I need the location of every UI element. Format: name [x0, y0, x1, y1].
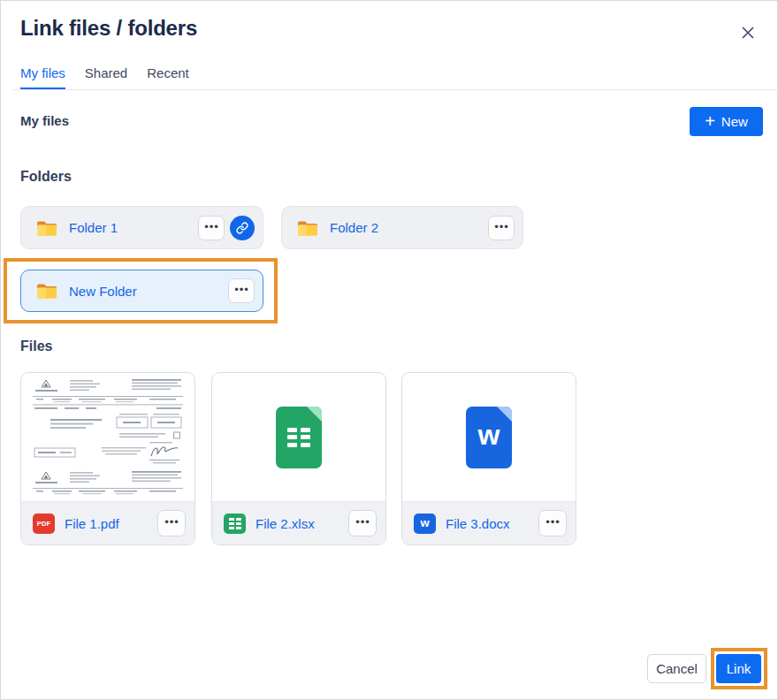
- link-files-dialog: Link files / folders My files Shared Rec…: [0, 0, 778, 700]
- more-options-button[interactable]: •••: [228, 278, 255, 303]
- link-button[interactable]: Link: [716, 654, 761, 683]
- new-button-label: New: [721, 114, 748, 129]
- section-label: My files: [20, 113, 69, 128]
- linked-badge-button[interactable]: [230, 216, 255, 240]
- more-options-button[interactable]: •••: [198, 216, 225, 240]
- folder-name: Folder 1: [69, 220, 118, 235]
- link-icon: [236, 222, 248, 234]
- spreadsheet-icon: [276, 407, 322, 468]
- folder-name: New Folder: [69, 284, 137, 299]
- folder-card-new-folder[interactable]: New Folder •••: [20, 270, 263, 312]
- spreadsheet-badge-icon: [224, 514, 246, 534]
- word-badge-icon: w: [414, 514, 436, 534]
- ellipsis-icon: •••: [204, 220, 219, 233]
- plus-icon: +: [705, 112, 715, 130]
- tabs-divider: [13, 89, 777, 90]
- file-name: File 2.xlsx: [256, 516, 339, 531]
- word-glyph: w: [466, 407, 512, 468]
- file-card-footer: w File 3.docx •••: [402, 501, 576, 544]
- cancel-button[interactable]: Cancel: [647, 654, 706, 683]
- ellipsis-icon: •••: [234, 283, 249, 296]
- files-heading: Files: [20, 339, 52, 354]
- folder-name: Folder 2: [330, 220, 378, 235]
- folders-heading: Folders: [20, 169, 72, 185]
- file-name: File 1.pdf: [65, 516, 148, 531]
- ellipsis-icon: •••: [545, 515, 561, 529]
- file-card-footer: File 2.xlsx •••: [212, 501, 385, 544]
- pdf-preview-thumbnail: [21, 373, 194, 501]
- pdf-badge-icon: PDF: [33, 514, 55, 534]
- file-card-pdf[interactable]: PDF File 1.pdf •••: [20, 372, 195, 545]
- file-card-word[interactable]: w w File 3.docx •••: [401, 372, 576, 545]
- file-card-footer: PDF File 1.pdf •••: [21, 501, 194, 544]
- tab-recent[interactable]: Recent: [147, 65, 189, 90]
- more-options-button[interactable]: •••: [538, 510, 567, 536]
- dialog-title: Link files / folders: [20, 16, 197, 41]
- word-preview: w: [402, 373, 576, 501]
- folder-icon: [36, 219, 57, 237]
- ellipsis-icon: •••: [355, 515, 370, 529]
- more-options-button[interactable]: •••: [488, 216, 515, 240]
- ellipsis-icon: •••: [494, 220, 509, 233]
- tab-shared[interactable]: Shared: [85, 65, 127, 90]
- more-options-button[interactable]: •••: [348, 510, 377, 536]
- folder-icon: [297, 219, 318, 237]
- word-icon: w: [466, 407, 512, 468]
- spreadsheet-preview: [212, 373, 385, 501]
- more-options-button[interactable]: •••: [157, 510, 186, 536]
- ellipsis-icon: •••: [164, 515, 179, 529]
- file-name: File 3.docx: [446, 516, 529, 531]
- tab-my-files[interactable]: My files: [20, 65, 65, 90]
- close-icon: [741, 26, 755, 40]
- folder-icon: [36, 282, 57, 300]
- new-button[interactable]: + New: [690, 107, 763, 136]
- tab-bar: My files Shared Recent: [20, 65, 189, 90]
- file-card-spreadsheet[interactable]: File 2.xlsx •••: [211, 372, 386, 545]
- folder-card-folder-2[interactable]: Folder 2 •••: [281, 206, 523, 249]
- close-button[interactable]: [735, 19, 761, 46]
- folder-card-folder-1[interactable]: Folder 1 •••: [20, 206, 263, 249]
